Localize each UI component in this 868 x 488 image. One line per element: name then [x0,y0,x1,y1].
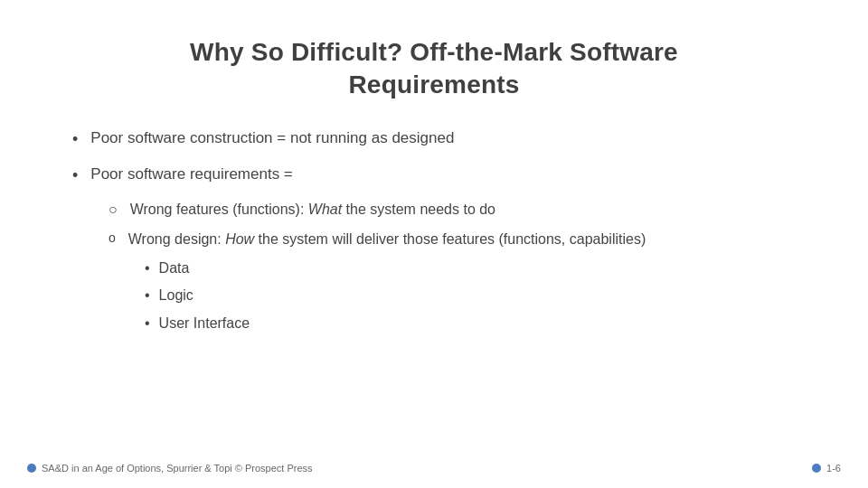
level3-item-ui: User Interface [159,314,250,333]
footer-dot-icon [27,464,36,473]
slide-title: Why So Difficult? Off-the-Mark Software … [54,36,814,102]
sub-bullet-dot-icon: • [145,314,150,333]
bullet1-text: Poor software construction = not running… [90,127,454,149]
content-area: • Poor software construction = not runni… [54,127,814,443]
list-item: • Logic [145,286,814,305]
bullet2-text: Poor software requirements = [90,164,292,185]
title-line1: Why So Difficult? Off-the-Mark Software [190,38,678,66]
title-area: Why So Difficult? Off-the-Mark Software … [54,27,814,102]
bullet-dot-icon: • [72,164,78,187]
italic-what: What [308,202,342,217]
sub-bullet-dot-icon: • [145,286,150,305]
slide-number: 1-6 [826,463,841,474]
footer-copyright: SA&D in an Age of Options, Spurrier & To… [42,463,313,474]
italic-how: How [225,231,254,247]
list-item: • Poor software requirements = [72,164,814,187]
sub-bullet1-text: Wrong features (functions): What the sys… [130,200,495,220]
list-item: o Wrong design: How the system will deli… [108,230,814,249]
sub-bullet2-text: Wrong design: How the system will delive… [128,230,646,249]
footer-dot-right-icon [812,464,821,473]
list-item: • User Interface [145,314,814,333]
level3-item-data: Data [159,258,190,278]
footer-left: SA&D in an Age of Options, Spurrier & To… [27,463,313,474]
slide-container: Why So Difficult? Off-the-Mark Software … [0,0,868,488]
title-line2: Requirements [348,70,519,99]
sub-bullet-dot-icon: • [145,258,150,278]
small-circle-icon: o [108,230,116,248]
footer: SA&D in an Age of Options, Spurrier & To… [0,463,868,474]
list-item: ○ Wrong features (functions): What the s… [108,200,814,220]
bullet-dot-icon: • [72,128,78,151]
level3-item-logic: Logic [159,286,193,305]
list-item: • Poor software construction = not runni… [72,127,814,151]
footer-right: 1-6 [812,463,841,474]
list-item: • Data [145,258,814,278]
open-circle-icon: ○ [108,200,118,220]
